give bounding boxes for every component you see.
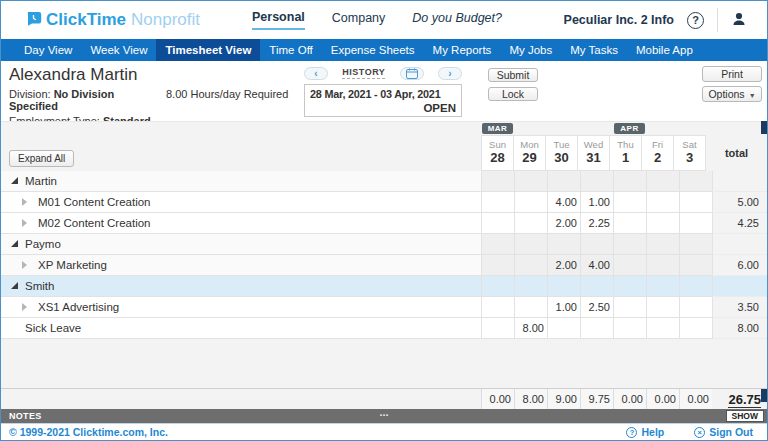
hours-cell[interactable] <box>514 255 547 276</box>
hours-cell[interactable] <box>679 318 712 339</box>
calendar-button[interactable] <box>400 67 424 80</box>
row-label[interactable]: Sick Leave <box>1 318 481 339</box>
next-period-button[interactable]: › <box>438 67 462 80</box>
notes-drag-handle[interactable]: ... <box>379 406 388 418</box>
help-icon[interactable]: ? <box>687 12 704 29</box>
print-button[interactable]: Print <box>702 66 762 82</box>
row-label[interactable]: M01 Content Creation <box>1 192 481 213</box>
clicktime-logo[interactable]: ClickTime Nonprofit <box>25 10 200 30</box>
hours-cell[interactable]: 4.00 <box>580 255 613 276</box>
hours-cell[interactable] <box>514 234 547 255</box>
primary-nav-do-you-budget[interactable]: Do you Budget? <box>412 11 502 29</box>
caret-collapsed-icon[interactable] <box>22 219 27 227</box>
tab-mobile-app[interactable]: Mobile App <box>627 39 702 61</box>
grid-scrollbar-bottom[interactable] <box>761 389 767 402</box>
hours-cell[interactable] <box>646 234 679 255</box>
hours-cell[interactable]: 2.00 <box>547 213 580 234</box>
hours-cell[interactable] <box>481 171 514 192</box>
hours-cell[interactable] <box>481 297 514 318</box>
hours-cell[interactable]: 1.00 <box>580 192 613 213</box>
hours-cell[interactable]: 4.00 <box>547 192 580 213</box>
hours-cell[interactable] <box>481 234 514 255</box>
hours-cell[interactable] <box>679 171 712 192</box>
primary-nav-company[interactable]: Company <box>332 11 386 29</box>
hours-cell[interactable]: 2.50 <box>580 297 613 318</box>
hours-cell[interactable] <box>481 213 514 234</box>
hours-cell[interactable] <box>646 213 679 234</box>
hours-cell[interactable] <box>547 171 580 192</box>
caret-collapsed-icon[interactable] <box>22 261 27 269</box>
caret-expanded-icon[interactable] <box>11 177 18 184</box>
caret-collapsed-icon[interactable] <box>22 303 27 311</box>
show-notes-button[interactable]: SHOW <box>726 410 764 422</box>
caret-expanded-icon[interactable] <box>11 240 18 247</box>
hours-cell[interactable] <box>580 276 613 297</box>
hours-cell[interactable] <box>679 234 712 255</box>
hours-cell[interactable] <box>613 213 646 234</box>
hours-cell[interactable] <box>646 171 679 192</box>
row-label[interactable]: Martin <box>1 171 481 192</box>
footer-help-link[interactable]: ?Help <box>626 426 664 438</box>
hours-cell[interactable] <box>646 297 679 318</box>
hours-cell[interactable] <box>547 276 580 297</box>
hours-cell[interactable] <box>514 213 547 234</box>
hours-cell[interactable] <box>613 318 646 339</box>
hours-cell[interactable] <box>580 234 613 255</box>
copyright-link[interactable]: © 1999-2021 Clicktime.com, Inc. <box>9 426 168 438</box>
hours-cell[interactable] <box>613 171 646 192</box>
account-name[interactable]: Peculiar Inc. 2 Info <box>564 13 674 27</box>
hours-cell[interactable] <box>613 192 646 213</box>
tab-timesheet-view[interactable]: Timesheet View <box>156 39 260 61</box>
prev-period-button[interactable]: ‹ <box>304 67 328 80</box>
caret-collapsed-icon[interactable] <box>22 198 27 206</box>
hours-cell[interactable] <box>481 192 514 213</box>
hours-cell[interactable] <box>679 213 712 234</box>
history-link[interactable]: HISTORY <box>342 67 385 79</box>
tab-my-reports[interactable]: My Reports <box>424 39 501 61</box>
tab-expense-sheets[interactable]: Expense Sheets <box>322 39 424 61</box>
primary-nav-personal[interactable]: Personal <box>252 10 305 30</box>
hours-cell[interactable] <box>679 192 712 213</box>
hours-cell[interactable]: 8.00 <box>514 318 547 339</box>
hours-cell[interactable]: 2.00 <box>547 255 580 276</box>
grid-scrollbar-top[interactable] <box>761 121 767 134</box>
hours-cell[interactable] <box>679 255 712 276</box>
hours-cell[interactable] <box>613 255 646 276</box>
hours-cell[interactable] <box>613 276 646 297</box>
hours-cell[interactable] <box>514 276 547 297</box>
row-label[interactable]: XP Marketing <box>1 255 481 276</box>
hours-cell[interactable] <box>679 276 712 297</box>
hours-cell[interactable]: 2.25 <box>580 213 613 234</box>
hours-cell[interactable]: 1.00 <box>547 297 580 318</box>
hours-cell[interactable] <box>547 234 580 255</box>
expand-all-button[interactable]: Expand All <box>9 150 74 167</box>
tab-my-jobs[interactable]: My Jobs <box>500 39 561 61</box>
hours-cell[interactable] <box>679 297 712 318</box>
row-label[interactable]: Smith <box>1 276 481 297</box>
hours-cell[interactable] <box>514 192 547 213</box>
tab-week-view[interactable]: Week View <box>81 39 156 61</box>
hours-cell[interactable] <box>580 318 613 339</box>
hours-cell[interactable] <box>613 234 646 255</box>
lock-button[interactable]: Lock <box>488 87 538 101</box>
row-label[interactable]: Paymo <box>1 234 481 255</box>
hours-cell[interactable] <box>646 192 679 213</box>
hours-cell[interactable] <box>481 276 514 297</box>
hours-cell[interactable] <box>646 318 679 339</box>
hours-cell[interactable] <box>646 255 679 276</box>
user-menu-icon[interactable] <box>731 11 747 30</box>
tab-my-tasks[interactable]: My Tasks <box>561 39 627 61</box>
row-label[interactable]: M02 Content Creation <box>1 213 481 234</box>
submit-button[interactable]: Submit <box>488 68 538 82</box>
hours-cell[interactable] <box>646 276 679 297</box>
hours-cell[interactable] <box>613 297 646 318</box>
hours-cell[interactable] <box>514 171 547 192</box>
tab-day-view[interactable]: Day View <box>15 39 81 61</box>
hours-cell[interactable] <box>514 297 547 318</box>
hours-cell[interactable] <box>547 318 580 339</box>
footer-signout-link[interactable]: ×Sign Out <box>694 426 753 438</box>
hours-cell[interactable] <box>481 318 514 339</box>
row-label[interactable]: XS1 Advertising <box>1 297 481 318</box>
caret-expanded-icon[interactable] <box>11 282 18 289</box>
tab-time-off[interactable]: Time Off <box>260 39 321 61</box>
